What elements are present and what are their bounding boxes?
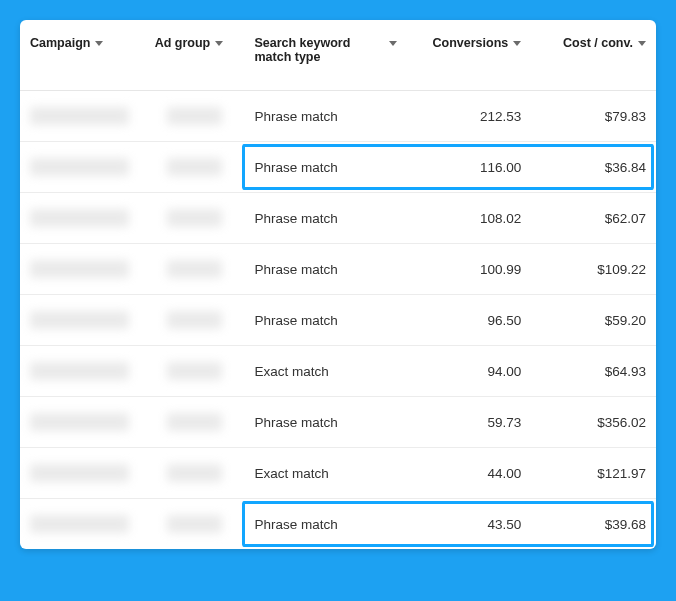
sort-caret-icon — [389, 41, 397, 46]
sort-caret-icon — [513, 41, 521, 46]
costperconv-cell: $59.20 — [531, 295, 656, 346]
redacted-adgroup — [167, 362, 221, 380]
table-row[interactable]: Phrase match212.53$79.83 — [20, 91, 656, 142]
highlight-box — [401, 144, 538, 190]
col-label: Campaign — [30, 36, 90, 50]
costperconv-cell: $121.97 — [531, 448, 656, 499]
col-label: Cost / conv. — [563, 36, 633, 50]
adgroup-cell — [145, 448, 245, 499]
matchtype-cell: Phrase match — [244, 91, 406, 142]
sort-caret-icon — [95, 41, 103, 46]
redacted-adgroup — [167, 311, 221, 329]
redacted-campaign — [30, 515, 129, 533]
redacted-adgroup — [167, 158, 221, 176]
costperconv-cell: $39.68 — [531, 499, 656, 550]
col-label: Search keyword match type — [254, 36, 383, 64]
adgroup-cell — [145, 142, 245, 193]
redacted-adgroup — [167, 464, 221, 482]
table-row[interactable]: Phrase match108.02$62.07 — [20, 193, 656, 244]
campaign-cell — [20, 244, 145, 295]
conversions-cell: 59.73 — [407, 397, 532, 448]
campaign-cell — [20, 397, 145, 448]
col-label: Conversions — [433, 36, 509, 50]
conversions-cell: 100.99 — [407, 244, 532, 295]
redacted-campaign — [30, 107, 129, 125]
costperconv-cell: $79.83 — [531, 91, 656, 142]
campaign-cell — [20, 142, 145, 193]
adgroup-cell — [145, 295, 245, 346]
matchtype-cell: Phrase match — [244, 193, 406, 244]
table-row[interactable]: Phrase match59.73$356.02 — [20, 397, 656, 448]
costperconv-cell: $356.02 — [531, 397, 656, 448]
costperconv-cell: $62.07 — [531, 193, 656, 244]
costperconv-cell: $64.93 — [531, 346, 656, 397]
campaign-cell — [20, 499, 145, 550]
adgroup-cell — [145, 91, 245, 142]
campaign-cell — [20, 295, 145, 346]
redacted-campaign — [30, 362, 129, 380]
col-label: Ad group — [155, 36, 211, 50]
conversions-cell: 116.00 — [407, 142, 532, 193]
matchtype-cell: Exact match — [244, 448, 406, 499]
campaign-cell — [20, 91, 145, 142]
sort-caret-icon — [638, 41, 646, 46]
table-row[interactable]: Phrase match43.50$39.68 — [20, 499, 656, 550]
table-row[interactable]: Phrase match100.99$109.22 — [20, 244, 656, 295]
matchtype-cell: Exact match — [244, 346, 406, 397]
col-header-matchtype[interactable]: Search keyword match type — [244, 20, 406, 91]
conversions-cell: 96.50 — [407, 295, 532, 346]
campaign-cell — [20, 193, 145, 244]
matchtype-cell: Phrase match — [244, 142, 406, 193]
campaign-cell — [20, 448, 145, 499]
redacted-campaign — [30, 260, 129, 278]
redacted-adgroup — [167, 209, 221, 227]
redacted-campaign — [30, 209, 129, 227]
table-row[interactable]: Phrase match96.50$59.20 — [20, 295, 656, 346]
matchtype-cell: Phrase match — [244, 397, 406, 448]
keywords-table: Campaign Ad group Search keyword match t… — [20, 20, 656, 549]
adgroup-cell — [145, 397, 245, 448]
costperconv-cell: $36.84 — [531, 142, 656, 193]
highlight-box — [401, 501, 538, 547]
conversions-cell: 94.00 — [407, 346, 532, 397]
adgroup-cell — [145, 499, 245, 550]
redacted-adgroup — [167, 515, 221, 533]
highlight-box — [525, 501, 654, 547]
report-table-card: Campaign Ad group Search keyword match t… — [20, 20, 656, 549]
redacted-adgroup — [167, 260, 221, 278]
redacted-campaign — [30, 158, 129, 176]
highlight-box — [242, 144, 412, 190]
matchtype-cell: Phrase match — [244, 499, 406, 550]
col-header-conversions[interactable]: Conversions — [407, 20, 532, 91]
redacted-adgroup — [167, 413, 221, 431]
col-header-adgroup[interactable]: Ad group — [145, 20, 245, 91]
campaign-cell — [20, 346, 145, 397]
table-header-row: Campaign Ad group Search keyword match t… — [20, 20, 656, 91]
redacted-campaign — [30, 311, 129, 329]
conversions-cell: 212.53 — [407, 91, 532, 142]
redacted-adgroup — [167, 107, 221, 125]
adgroup-cell — [145, 346, 245, 397]
conversions-cell: 43.50 — [407, 499, 532, 550]
highlight-box — [525, 144, 654, 190]
matchtype-cell: Phrase match — [244, 244, 406, 295]
redacted-campaign — [30, 464, 129, 482]
table-row[interactable]: Exact match44.00$121.97 — [20, 448, 656, 499]
matchtype-cell: Phrase match — [244, 295, 406, 346]
redacted-campaign — [30, 413, 129, 431]
table-body: Phrase match212.53$79.83Phrase match116.… — [20, 91, 656, 550]
conversions-cell: 108.02 — [407, 193, 532, 244]
adgroup-cell — [145, 193, 245, 244]
table-row[interactable]: Exact match94.00$64.93 — [20, 346, 656, 397]
conversions-cell: 44.00 — [407, 448, 532, 499]
costperconv-cell: $109.22 — [531, 244, 656, 295]
sort-caret-icon — [215, 41, 223, 46]
table-row[interactable]: Phrase match116.00$36.84 — [20, 142, 656, 193]
col-header-campaign[interactable]: Campaign — [20, 20, 145, 91]
col-header-costperconv[interactable]: Cost / conv. — [531, 20, 656, 91]
highlight-box — [242, 501, 412, 547]
adgroup-cell — [145, 244, 245, 295]
